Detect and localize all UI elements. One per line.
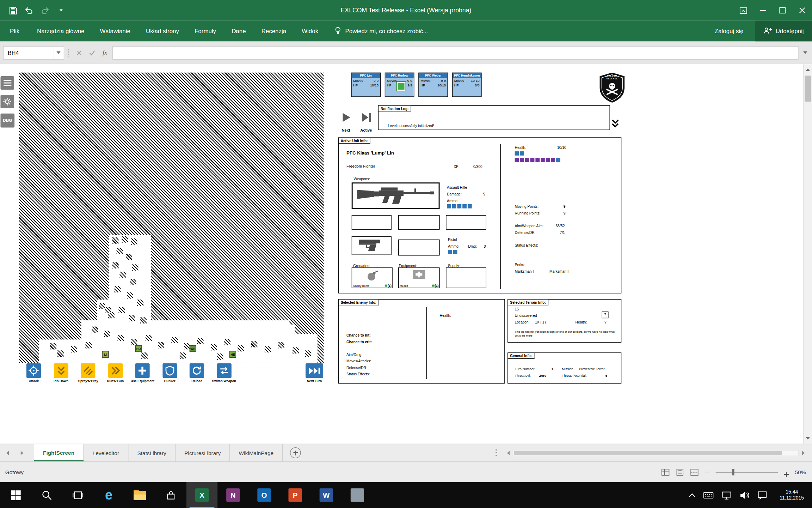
ribbon-tab-plik[interactable]: Plik (0, 21, 29, 42)
taskbar-onenote[interactable]: N (217, 482, 248, 508)
weapon-slot-empty-2[interactable] (398, 215, 440, 230)
normal-view-icon[interactable] (661, 468, 670, 476)
scroll-down-icon[interactable] (804, 434, 812, 443)
secondary-slot-empty[interactable] (398, 240, 440, 256)
action-center-icon[interactable] (758, 491, 767, 500)
ribbon-tab-recenzja[interactable]: Recenzja (254, 21, 294, 42)
unit-marker-we[interactable]: WE (190, 345, 196, 352)
taskbar-word[interactable]: W (311, 482, 342, 508)
tray-expand-icon[interactable] (689, 493, 695, 497)
next-button[interactable]: Next (337, 111, 355, 134)
action-hunker[interactable]: Hunker (156, 363, 183, 382)
unit-card-pfc-lin[interactable]: PFC LinMoves9-9HP10/10 (351, 73, 381, 97)
zoom-out-button[interactable] (705, 472, 709, 472)
taskbar-outlook[interactable]: O (248, 482, 279, 508)
action-reload[interactable]: Reload (183, 363, 210, 382)
map[interactable]: LIRUWEHE (19, 73, 324, 363)
formula-bar-expand-icon[interactable] (799, 46, 812, 59)
vertical-scrollbar[interactable] (803, 64, 812, 444)
ribbon-tab-widok[interactable]: Widok (294, 21, 326, 42)
sheet-tab-wikimainpage[interactable]: WikiMainPage (230, 444, 283, 461)
action-run-n-gun[interactable]: Run'N'Gun (102, 363, 129, 382)
ribbon-display-options-icon[interactable] (733, 0, 753, 21)
tell-me-box[interactable]: Powiedz mi, co chcesz zrobić... (334, 26, 428, 36)
unit-marker-he[interactable]: HE (229, 351, 236, 358)
taskbar-app[interactable] (342, 482, 373, 508)
page-break-view-icon[interactable] (690, 468, 699, 476)
next-turn-button[interactable]: Next Turn (303, 363, 325, 382)
action-switch-weapon[interactable]: Switch Weapon (210, 363, 238, 382)
unit-marker-li[interactable]: LI (102, 351, 109, 358)
supply-slot[interactable] (446, 267, 486, 288)
grenade-slot[interactable]: Cherry Bomb (1) (352, 267, 393, 288)
scroll-up-icon[interactable] (804, 65, 812, 74)
sheet-tab-pictureslibrary[interactable]: PicturesLibrary (176, 444, 230, 461)
secondary-weapon-slot[interactable] (352, 236, 392, 255)
ribbon-tab-wstawianie[interactable]: Wstawianie (92, 21, 138, 42)
minimize-icon[interactable] (753, 0, 773, 21)
hscroll-right-icon[interactable] (799, 451, 808, 455)
zoom-slider[interactable] (716, 471, 778, 472)
action-pin-down[interactable]: Pin Down (47, 363, 74, 382)
sheet-tab-fightscreen[interactable]: FightScreen (34, 444, 84, 461)
redo-icon[interactable] (39, 5, 51, 16)
weapon-slot-empty-1[interactable] (352, 215, 392, 230)
page-layout-view-icon[interactable] (676, 468, 684, 476)
action-use-equipment[interactable]: Use Equipment (129, 363, 156, 382)
gear-icon[interactable] (0, 95, 14, 108)
unit-card-pfc-hendriksson[interactable]: PFC HendrikssonMoves10-10HP8/8 (452, 73, 482, 97)
taskbar-start[interactable] (0, 482, 31, 508)
dbg-button[interactable]: DBG (0, 114, 14, 128)
keyboard-icon[interactable] (703, 492, 713, 498)
horizontal-scrollbar[interactable] (503, 450, 808, 456)
sheet-tab-leveleditor[interactable]: Leveleditor (84, 444, 129, 461)
zoom-slider-thumb[interactable] (732, 469, 734, 475)
action-attack[interactable]: Attack (20, 363, 47, 382)
taskbar-powerpoint[interactable]: P (279, 482, 310, 508)
ribbon-tab-uk-ad-strony[interactable]: Układ strony (138, 21, 187, 42)
cancel-icon[interactable] (73, 46, 86, 59)
menu-button[interactable] (0, 76, 14, 90)
sign-in-link[interactable]: Zaloguj się (715, 28, 744, 34)
qat-customize-icon[interactable] (55, 5, 67, 16)
sheet-nav-right-icon[interactable] (14, 451, 29, 455)
ribbon-tab-dane[interactable]: Dane (224, 21, 253, 42)
unit-marker-ru[interactable]: RU (135, 345, 142, 352)
sheet-tab-statslibrary[interactable]: StatsLibrary (129, 444, 176, 461)
ribbon-tab-formu-y[interactable]: Formuły (187, 21, 224, 42)
horizontal-scrollbar-thumb[interactable] (514, 451, 782, 455)
maximize-icon[interactable] (773, 0, 792, 21)
hscroll-track[interactable] (513, 450, 799, 456)
taskbar-clock[interactable]: 15:44 11.12.2015 (776, 489, 808, 501)
taskbar-excel[interactable]: X (186, 482, 217, 508)
enter-check-icon[interactable] (85, 46, 98, 59)
close-icon[interactable] (792, 0, 812, 21)
equipment-slot[interactable]: Medkit (1) (398, 267, 440, 288)
primary-weapon-slot[interactable] (352, 182, 440, 209)
ribbon-tab-narz-dzia-g-wne[interactable]: Narzędzia główne (29, 21, 92, 42)
action-spray-n-pray[interactable]: Spray'N'Pray (75, 363, 102, 382)
weapon-slot-empty-3[interactable] (446, 215, 486, 230)
taskbar-task-view[interactable] (62, 482, 93, 508)
taskbar-search[interactable] (31, 482, 62, 508)
double-chevron-down-icon[interactable] (609, 117, 621, 130)
taskbar-store[interactable] (155, 482, 186, 508)
vertical-scrollbar-thumb[interactable] (805, 76, 811, 102)
zoom-level[interactable]: 50% (790, 469, 806, 475)
undo-icon[interactable] (23, 5, 35, 16)
volume-icon[interactable] (739, 491, 750, 500)
name-box[interactable]: BH4 (3, 46, 64, 59)
add-sheet-button[interactable] (290, 447, 301, 458)
active-button[interactable]: Active (357, 111, 375, 134)
share-button[interactable]: Udostępnij (755, 21, 812, 42)
taskbar-edge[interactable]: e (93, 482, 124, 508)
sheet-nav-left-icon[interactable] (0, 451, 14, 455)
unit-card-pfc-weber[interactable]: PFC WeberMoves9-9HP10/10 (418, 73, 448, 97)
network-icon[interactable] (721, 491, 732, 500)
name-box-dropdown-icon[interactable] (53, 47, 64, 59)
hscroll-left-icon[interactable] (503, 451, 512, 455)
save-icon[interactable] (7, 5, 19, 16)
formula-input[interactable] (112, 46, 799, 59)
insert-function-button[interactable]: fx (98, 46, 111, 59)
taskbar-file-explorer[interactable] (124, 482, 155, 508)
